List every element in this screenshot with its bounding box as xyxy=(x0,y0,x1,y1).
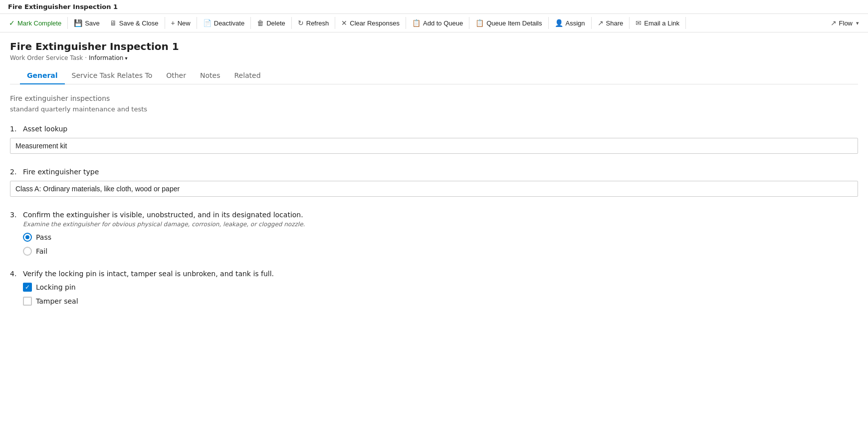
question-4: 4. Verify the locking pin is intact, tam… xyxy=(10,270,858,306)
email-link-button[interactable]: ✉ Email a Link xyxy=(631,16,684,30)
question-2-text: Fire extinguisher type xyxy=(23,168,99,176)
assign-icon: 👤 xyxy=(555,19,563,27)
radio-pass-label: Pass xyxy=(36,233,51,241)
separator-1 xyxy=(67,17,68,29)
add-to-queue-button[interactable]: 📋 Add to Queue xyxy=(407,16,468,30)
share-icon: ↗ xyxy=(598,19,604,27)
refresh-label: Refresh xyxy=(306,19,329,27)
question-3-radio-group: Pass Fail xyxy=(23,233,858,256)
question-2-number: 2. xyxy=(10,168,20,176)
separator-4 xyxy=(250,17,251,29)
page-title: Fire Extinguisher Inspection 1 xyxy=(10,40,858,52)
save-icon: 💾 xyxy=(74,19,82,27)
question-4-number: 4. xyxy=(10,270,20,278)
queue-item-details-label: Queue Item Details xyxy=(486,19,542,27)
mark-complete-button[interactable]: ✓ Mark Complete xyxy=(4,16,66,30)
separator-10 xyxy=(591,17,592,29)
question-1-number: 1. xyxy=(10,125,20,133)
separator-2 xyxy=(165,17,165,29)
flow-icon: ↗ xyxy=(831,19,837,27)
separator-9 xyxy=(548,17,549,29)
question-2-input[interactable] xyxy=(10,181,858,197)
flow-label: Flow xyxy=(839,19,853,27)
queue-details-icon: 📋 xyxy=(475,19,484,27)
save-close-icon: 🖥 xyxy=(110,19,117,27)
deactivate-label: Deactivate xyxy=(214,19,244,27)
question-4-text: Verify the locking pin is intact, tamper… xyxy=(23,270,274,278)
title-bar: Fire Extinguisher Inspection 1 xyxy=(0,0,868,14)
save-close-label: Save & Close xyxy=(119,19,159,27)
share-label: Share xyxy=(606,19,624,27)
deactivate-icon: 📄 xyxy=(203,19,212,27)
email-icon: ✉ xyxy=(636,19,642,27)
checkmark-icon: ✓ xyxy=(25,284,30,290)
separator-3 xyxy=(197,17,197,29)
refresh-icon: ↻ xyxy=(298,19,304,27)
toolbar: ✓ Mark Complete 💾 Save 🖥 Save & Close + … xyxy=(0,14,868,32)
tab-other[interactable]: Other xyxy=(159,67,193,84)
checkbox-locking-pin[interactable]: ✓ Locking pin xyxy=(23,283,858,292)
checkbox-tamper-seal[interactable]: Tamper seal xyxy=(23,297,858,306)
radio-fail-circle xyxy=(23,247,32,256)
save-button[interactable]: 💾 Save xyxy=(69,16,105,30)
breadcrumb-information[interactable]: Information ▾ xyxy=(89,54,128,61)
queue-item-details-button[interactable]: 📋 Queue Item Details xyxy=(470,16,547,30)
save-close-button[interactable]: 🖥 Save & Close xyxy=(105,16,164,30)
question-2: 2. Fire extinguisher type xyxy=(10,168,858,197)
delete-icon: 🗑 xyxy=(257,19,264,27)
separator-5 xyxy=(291,17,292,29)
delete-label: Delete xyxy=(266,19,285,27)
question-3-text: Confirm the extinguisher is visible, uno… xyxy=(23,211,303,219)
question-4-checkbox-group: ✓ Locking pin Tamper seal xyxy=(23,283,858,306)
add-to-queue-label: Add to Queue xyxy=(423,19,463,27)
checkmark-icon: ✓ xyxy=(9,19,15,27)
form-subtitle: standard quarterly maintenance and tests xyxy=(10,105,858,113)
checkbox-locking-pin-label: Locking pin xyxy=(36,283,76,291)
flow-button[interactable]: ↗ Flow ▾ xyxy=(826,16,864,30)
separator-7 xyxy=(406,17,406,29)
question-1-input[interactable] xyxy=(10,138,858,154)
save-label: Save xyxy=(85,19,100,27)
assign-label: Assign xyxy=(566,19,585,27)
mark-complete-label: Mark Complete xyxy=(17,19,61,27)
page-window-title: Fire Extinguisher Inspection 1 xyxy=(8,3,118,10)
separator-8 xyxy=(469,17,469,29)
new-button[interactable]: + New xyxy=(166,16,196,30)
clear-responses-button[interactable]: ✕ Clear Responses xyxy=(336,16,405,30)
radio-fail-label: Fail xyxy=(36,247,47,255)
radio-fail[interactable]: Fail xyxy=(23,247,858,256)
refresh-button[interactable]: ↻ Refresh xyxy=(293,16,334,30)
new-icon: + xyxy=(171,19,175,27)
question-3-number: 3. xyxy=(10,211,20,219)
clear-responses-label: Clear Responses xyxy=(350,19,400,27)
chevron-down-icon: ▾ xyxy=(856,20,859,26)
separator-6 xyxy=(335,17,335,29)
radio-pass[interactable]: Pass xyxy=(23,233,858,242)
checkbox-tamper-seal-box xyxy=(23,297,32,306)
question-1: 1. Asset lookup xyxy=(10,125,858,154)
tab-general[interactable]: General xyxy=(20,67,65,84)
delete-button[interactable]: 🗑 Delete xyxy=(252,16,290,30)
tab-related[interactable]: Related xyxy=(227,67,267,84)
checkbox-locking-pin-box: ✓ xyxy=(23,283,32,292)
page-header: Fire Extinguisher Inspection 1 Work Orde… xyxy=(0,32,868,84)
radio-pass-inner xyxy=(25,235,29,239)
radio-pass-circle xyxy=(23,233,32,242)
question-1-text: Asset lookup xyxy=(23,125,67,133)
breadcrumb-work-order: Work Order Service Task xyxy=(10,54,83,61)
tab-notes[interactable]: Notes xyxy=(193,67,227,84)
tab-service-task-relates-to[interactable]: Service Task Relates To xyxy=(65,67,160,84)
main-content: Fire extinguisher inspections standard q… xyxy=(0,84,868,330)
separator-11 xyxy=(629,17,630,29)
share-button[interactable]: ↗ Share xyxy=(593,16,629,30)
form-title: Fire extinguisher inspections xyxy=(10,94,858,102)
checkbox-tamper-seal-label: Tamper seal xyxy=(36,297,78,305)
deactivate-button[interactable]: 📄 Deactivate xyxy=(198,16,249,30)
add-queue-icon: 📋 xyxy=(412,19,421,27)
email-link-label: Email a Link xyxy=(644,19,679,27)
chevron-down-icon: ▾ xyxy=(125,55,127,61)
breadcrumb-dot: · xyxy=(85,54,87,61)
question-3: 3. Confirm the extinguisher is visible, … xyxy=(10,211,858,256)
separator-12 xyxy=(685,17,686,29)
assign-button[interactable]: 👤 Assign xyxy=(550,16,590,30)
